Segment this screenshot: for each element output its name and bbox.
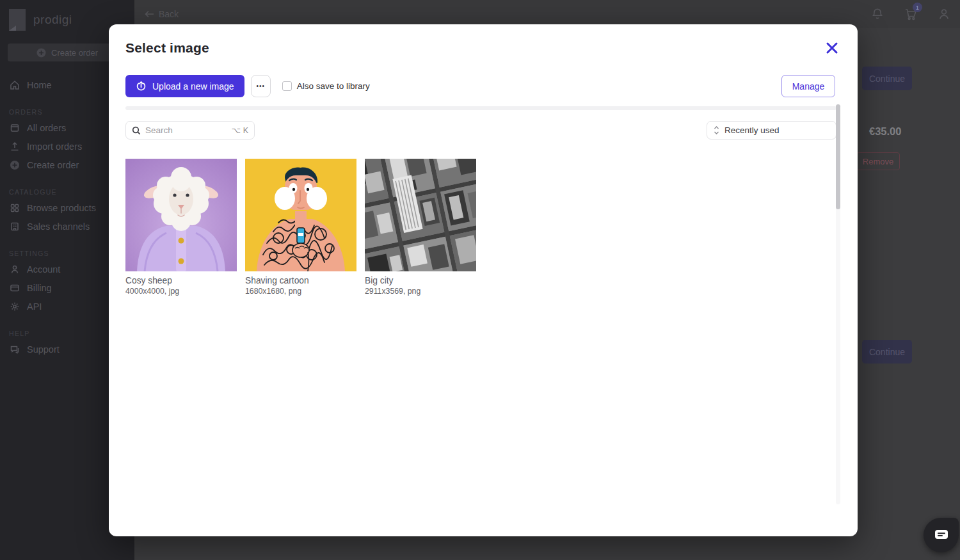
sort-dropdown[interactable]: Recently used bbox=[707, 121, 836, 140]
sidebar-item-label: Browse products bbox=[27, 203, 96, 213]
modal-toolbar: Upload a new image ••• Also save to libr… bbox=[125, 75, 841, 97]
prodigi-logo-icon bbox=[9, 9, 26, 31]
account-avatar-icon[interactable] bbox=[937, 7, 951, 21]
continue-button-bottom[interactable]: Continue bbox=[862, 340, 912, 364]
sidebar-item-label: Home bbox=[27, 80, 52, 90]
save-to-library-checkbox[interactable] bbox=[282, 81, 292, 91]
image-card-shaving-cartoon[interactable]: Shaving cartoon 1680x1680, png bbox=[245, 159, 356, 296]
upload-icon bbox=[136, 81, 147, 92]
back-label: Back bbox=[159, 9, 179, 19]
modal-scrollbar-track[interactable] bbox=[836, 104, 840, 504]
continue-button[interactable]: Continue bbox=[862, 67, 912, 90]
logo-text: prodigi bbox=[33, 13, 72, 27]
filter-row: ⌥ K Recently used bbox=[125, 121, 836, 140]
modal-scrollbar-thumb[interactable] bbox=[836, 104, 840, 209]
cart-badge: 1 bbox=[913, 3, 922, 12]
image-grid: Cosy sheep 4000x4000, jpg bbox=[125, 159, 476, 296]
sidebar-item-label: All orders bbox=[27, 123, 66, 133]
home-icon bbox=[9, 79, 20, 90]
sidebar-item-label: API bbox=[27, 301, 42, 312]
image-meta: 1680x1680, png bbox=[245, 287, 356, 296]
more-options-button[interactable]: ••• bbox=[251, 75, 271, 97]
select-image-modal: Select image Upload a new image ••• Also… bbox=[109, 24, 858, 536]
sidebar-item-label: Account bbox=[27, 264, 60, 275]
package-icon bbox=[9, 122, 20, 133]
save-to-library-option[interactable]: Also save to library bbox=[282, 81, 370, 91]
search-box[interactable]: ⌥ K bbox=[125, 121, 255, 140]
sort-updown-icon bbox=[714, 126, 719, 134]
search-icon bbox=[132, 126, 141, 135]
chat-launcher-button[interactable] bbox=[924, 518, 959, 552]
sidebar-item-label: Sales channels bbox=[27, 221, 90, 232]
plus-circle-icon bbox=[36, 48, 46, 58]
image-meta: 2911x3569, png bbox=[365, 287, 476, 296]
import-icon bbox=[9, 141, 20, 152]
image-meta: 4000x4000, jpg bbox=[125, 287, 237, 296]
sort-selected-value: Recently used bbox=[724, 125, 780, 135]
gear-icon bbox=[9, 301, 20, 312]
sidebar-item-label: Create order bbox=[27, 160, 79, 170]
sidebar-create-order-label: Create order bbox=[51, 48, 98, 58]
plus-circle-icon bbox=[9, 159, 20, 170]
back-arrow-icon bbox=[145, 10, 154, 18]
sidebar-item-label: Support bbox=[27, 344, 60, 355]
order-price: €35.00 bbox=[869, 125, 901, 138]
shaving-cartoon-thumbnail bbox=[245, 159, 356, 271]
chat-icon bbox=[9, 344, 20, 355]
upload-button-label: Upload a new image bbox=[152, 81, 234, 92]
manage-button[interactable]: Manage bbox=[781, 75, 835, 97]
image-name: Shaving cartoon bbox=[245, 276, 356, 285]
big-city-thumbnail bbox=[365, 159, 476, 271]
modal-title: Select image bbox=[125, 40, 209, 56]
grid-icon bbox=[9, 202, 20, 213]
back-button[interactable]: Back bbox=[145, 9, 179, 19]
remove-button[interactable]: Remove bbox=[856, 152, 900, 170]
search-input[interactable] bbox=[145, 125, 227, 135]
notifications-bell-icon[interactable] bbox=[870, 7, 884, 21]
sidebar-item-label: Billing bbox=[27, 283, 52, 293]
person-icon bbox=[9, 264, 20, 275]
close-icon[interactable] bbox=[826, 41, 840, 55]
upload-new-image-button[interactable]: Upload a new image bbox=[125, 75, 244, 97]
image-card-big-city[interactable]: Big city 2911x3569, png bbox=[365, 159, 476, 296]
chat-bubble-icon bbox=[934, 529, 948, 541]
storefront-icon bbox=[9, 221, 20, 232]
sidebar-item-label: Import orders bbox=[27, 141, 82, 152]
image-name: Cosy sheep bbox=[125, 276, 237, 285]
cosy-sheep-thumbnail bbox=[125, 159, 237, 271]
cart-icon[interactable]: 1 bbox=[904, 7, 918, 21]
image-name: Big city bbox=[365, 276, 476, 285]
image-card-cosy-sheep[interactable]: Cosy sheep 4000x4000, jpg bbox=[125, 159, 237, 296]
search-shortcut-hint: ⌥ K bbox=[232, 125, 248, 135]
upload-progress-track bbox=[125, 106, 836, 110]
credit-card-icon bbox=[9, 282, 20, 293]
save-to-library-label: Also save to library bbox=[297, 81, 370, 91]
